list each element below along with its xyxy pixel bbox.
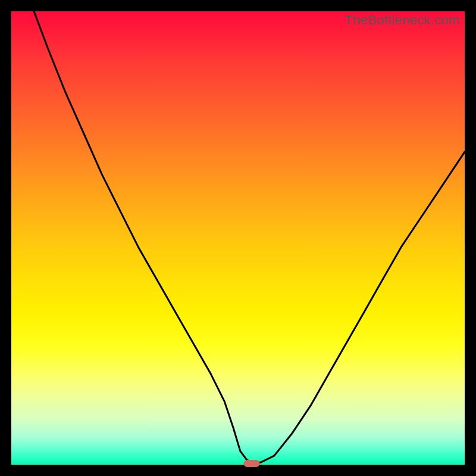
- bottleneck-curve: [11, 11, 465, 465]
- plot-area: TheBottleneck.com: [11, 11, 465, 465]
- watermark-text: TheBottleneck.com: [345, 12, 460, 28]
- optimal-point-marker: [243, 460, 259, 467]
